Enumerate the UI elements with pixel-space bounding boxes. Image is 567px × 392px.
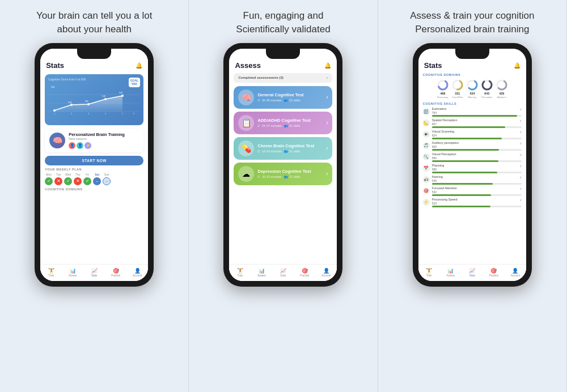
svg-text:435: 435 — [85, 100, 89, 103]
day-mon: Mon ✓ — [45, 173, 53, 185]
nav-stats-2[interactable]: 📈Stats — [272, 265, 294, 281]
chemo-test-icon: 💊 — [238, 140, 254, 156]
brain-training-sub: Next session: — [69, 137, 139, 140]
weekly-plan: YOUR WEEKLY PLAN Mon ✓ Tue ✕ Wed ✓ — [45, 168, 143, 185]
chemo-test-name: Chemo Brain Cognitive Test — [257, 143, 323, 148]
completed-text: Completed assessments (3) — [238, 76, 283, 79]
nav-account-1[interactable]: 👤Account — [126, 265, 148, 281]
skill-icon-visual-scanning: 👁 — [423, 131, 430, 138]
nav-assess-3[interactable]: 📊Assess — [440, 265, 462, 281]
stats-title-3: Stats — [424, 61, 442, 70]
day-circle-sun: – — [103, 177, 111, 185]
test-card-general[interactable]: 🧠 General Cognitive Test ⏱ 32-35 minutes… — [234, 86, 332, 109]
bell-icon-1: 🔔 — [136, 62, 142, 69]
test-card-chemo[interactable]: 💊 Chemo Brain Cognitive Test ⏱ 16-19 min… — [234, 137, 332, 160]
day-circle-mon: ✓ — [45, 177, 53, 185]
day-circle-wed: ✓ — [64, 177, 72, 185]
avatar-3: ⚡ — [84, 142, 91, 149]
day-tue: Tue ✕ — [54, 173, 62, 185]
svg-text:3: 3 — [88, 112, 90, 114]
skill-estimation: 🔢 Estimation ∨ 764 — [423, 107, 522, 117]
domain-coordination: 331 Coord/Disc — [451, 79, 464, 99]
avatar-2: 👤 — [77, 142, 83, 149]
panel-1-title: Your brain can tell you a lot about your… — [36, 9, 152, 36]
depression-test-meta: ⏱ 20-23 minutes 👥 21 skills — [257, 175, 323, 178]
screen-stats2: Stats 🔔 COGNITIVE DOMAINS 468 — [418, 49, 526, 281]
depression-test-icon: ☁ — [238, 166, 254, 182]
skill-visual-perception: 🔍 Visual Perception ∨ 590 — [423, 152, 522, 162]
notch-2 — [266, 49, 300, 59]
svg-text:6: 6 — [133, 112, 135, 114]
day-circle-fri: ✓ — [83, 177, 91, 185]
adhd-test-meta: ⏱ 24-27 minutes 👥 21 skills — [257, 124, 323, 127]
adhd-test-chevron: › — [326, 120, 328, 126]
skill-naming: 🏷 Naming ∨ 540 — [423, 175, 522, 185]
phone-1: Stats 🔔 Cognitive Score from 0 to 800 GO… — [35, 43, 154, 287]
test-card-adhd[interactable]: 📋 ADD/ADHD Cognitive Test ⏱ 24-27 minute… — [234, 112, 332, 134]
day-circle-sat: – — [93, 177, 101, 185]
skill-spatial: 📐 Spatial Perception ∨ 657 — [423, 118, 522, 128]
svg-point-4 — [70, 104, 73, 106]
nav-stats-3[interactable]: 📈Stats — [462, 265, 483, 281]
chemo-test-meta: ⏱ 16-19 minutes 👥 21 skills — [257, 150, 323, 153]
nav-practice-1[interactable]: 🎯Practice — [105, 265, 126, 281]
svg-point-5 — [87, 103, 90, 105]
screen-stats1: Stats 🔔 Cognitive Score from 0 to 800 GO… — [40, 49, 148, 281]
day-wed: Wed ✓ — [64, 173, 72, 185]
bottom-nav-1: 🏋Train 📊Assess 📈Stats 🎯Practice 👤Account — [40, 264, 148, 281]
day-fri: Fri ✓ — [83, 173, 91, 185]
skill-visual-scanning: 👁 Visual Scanning ∨ 624 — [423, 130, 522, 139]
nav-account-3[interactable]: 👤Account — [505, 265, 526, 281]
adhd-test-icon: 📋 — [238, 115, 254, 131]
domain-memory: 434 Memory — [466, 79, 479, 99]
skills-section: COGNITIVE SKILLS 🔢 Estimation ∨ 764 — [418, 100, 526, 211]
avatar-1: 👤 — [69, 142, 75, 149]
svg-text:418: 418 — [68, 101, 72, 104]
nav-practice-3[interactable]: 🎯Practice — [483, 265, 505, 281]
nav-assess-1[interactable]: 📊Assess — [62, 265, 83, 281]
svg-point-6 — [104, 98, 107, 100]
bell-icon-2: 🔔 — [324, 62, 331, 69]
completed-chevron: › — [327, 75, 328, 80]
day-circle-tue: ✕ — [54, 177, 62, 185]
panel-1: Your brain can tell you a lot about your… — [0, 0, 189, 392]
skill-icon-spatial: 📐 — [423, 120, 430, 126]
bell-icon-3: 🔔 — [514, 62, 521, 69]
svg-text:4: 4 — [105, 112, 107, 114]
panel-3: Assess & train your cognition Personaliz… — [378, 0, 567, 392]
depression-test-chevron: › — [326, 171, 328, 177]
skill-icon-visual-perception: 🔍 — [423, 154, 430, 160]
assess-title: Assess — [235, 61, 261, 70]
skill-planning: 📅 Planning ∨ 586 — [423, 164, 522, 173]
nav-train-2[interactable]: 🏋Train — [229, 265, 251, 281]
bottom-nav-3: 🏋Train 📊Assess 📈Stats 🎯Practice 👤Account — [418, 264, 526, 281]
notch-1 — [77, 49, 111, 59]
chemo-test-chevron: › — [326, 145, 328, 151]
start-now-button[interactable]: START NOW — [45, 156, 143, 165]
domain-reasoning: 468 Reasoning — [437, 79, 449, 99]
domain-attention: 429 Attention — [496, 79, 508, 99]
days-row: Mon ✓ Tue ✕ Wed ✓ Thu ✕ — [45, 173, 143, 185]
nav-stats-1[interactable]: 📈Stats — [83, 265, 105, 281]
nav-train-1[interactable]: 🏋Train — [40, 265, 62, 281]
goal-badge: GOAL 550 — [129, 78, 140, 87]
completed-bar[interactable]: Completed assessments (3) › — [234, 73, 332, 83]
nav-assess-2[interactable]: 📊Assess — [251, 265, 272, 281]
nav-train-3[interactable]: 🏋Train — [418, 265, 440, 281]
bottom-nav-2: 🏋Train 📊Assess 📈Stats 🎯Practice 👤Account — [229, 264, 337, 281]
general-test-name: General Cognitive Test — [257, 92, 323, 97]
day-thu: Thu ✕ — [74, 173, 82, 185]
day-sun: Sun – — [103, 173, 111, 185]
chart-area: Cognitive Score from 0 to 800 GOAL 550 — [45, 74, 143, 125]
test-card-depression[interactable]: ☁ Depression Cognitive Test ⏱ 20-23 minu… — [234, 163, 332, 185]
weekly-plan-label: YOUR WEEKLY PLAN — [45, 168, 143, 171]
cog-domains-label-1: COGNITIVE DOMAINS — [45, 188, 143, 191]
svg-text:543: 543 — [119, 91, 123, 94]
skill-icon-focused-attention: 🎯 — [423, 188, 430, 194]
screen-assess: Assess 🔔 Completed assessments (3) › 🧠 G… — [229, 49, 337, 281]
nav-account-2[interactable]: 👤Account — [315, 265, 337, 281]
panel-2: Fun, engaging and Scientifically validat… — [189, 0, 378, 392]
nav-practice-2[interactable]: 🎯Practice — [294, 265, 315, 281]
skill-icon-auditory: 🎵 — [423, 142, 430, 149]
svg-text:1: 1 — [54, 112, 56, 114]
